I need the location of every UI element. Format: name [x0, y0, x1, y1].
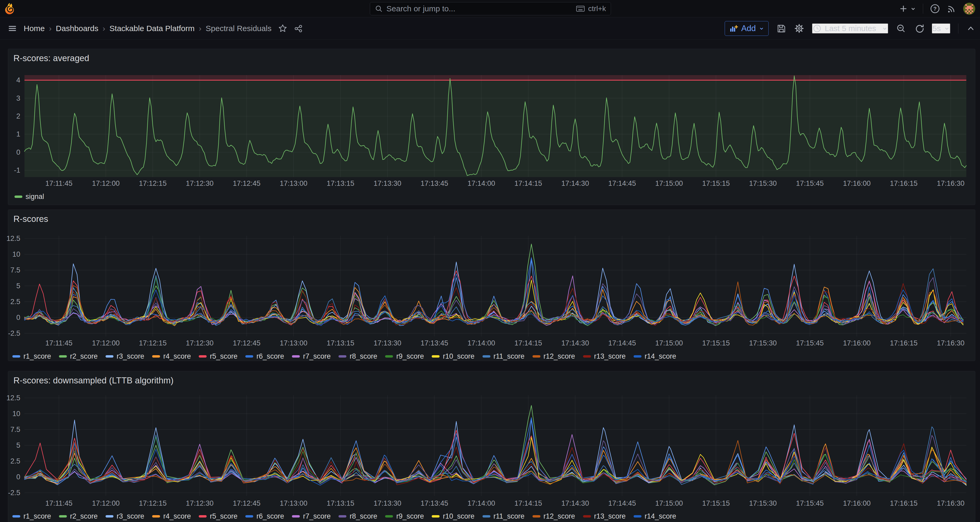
x-axis-tick-label: 17:15:15	[695, 180, 737, 187]
legend-item-r10_score[interactable]: r10_score	[432, 512, 474, 520]
breadcrumb-item-dashboards[interactable]: Dashboards	[56, 24, 99, 33]
x-axis-tick-label: 17:15:15	[695, 500, 737, 507]
x-axis-tick-label: 17:13:45	[413, 500, 455, 507]
x-axis-tick-label: 17:12:00	[85, 180, 127, 187]
panel-title[interactable]: R-scores: averaged	[13, 53, 89, 63]
dashboard-settings-icon[interactable]	[794, 24, 804, 34]
dashboard-toolbar: Home›Dashboards›Stackable Data Platform›…	[0, 18, 980, 40]
legend-item-r3_score[interactable]: r3_score	[105, 352, 144, 361]
breadcrumb-separator: ›	[103, 24, 105, 33]
legend-item-r3_score[interactable]: r3_score	[105, 512, 144, 520]
chart-plot-area-0[interactable]	[24, 75, 966, 177]
legend-color-pill	[533, 355, 541, 358]
legend-item-r5_score[interactable]: r5_score	[199, 512, 237, 520]
legend-item-r1_score[interactable]: r1_score	[13, 352, 51, 361]
legend-item-r4_score[interactable]: r4_score	[152, 352, 191, 361]
legend-item-r5_score[interactable]: r5_score	[199, 352, 237, 361]
x-axis-tick-label: 17:13:15	[320, 180, 362, 187]
y-axis-tick-label: 0	[0, 474, 20, 480]
legend-item-r8_score[interactable]: r8_score	[339, 512, 377, 520]
svg-text:?: ?	[934, 6, 937, 11]
x-axis-tick-label: 17:12:00	[85, 340, 127, 347]
chart-plot-area-2[interactable]	[24, 395, 966, 496]
legend-item-r13_score[interactable]: r13_score	[583, 352, 626, 361]
chart-legend: r1_scorer2_scorer3_scorer4_scorer5_score…	[13, 352, 684, 361]
legend-item-r1_score[interactable]: r1_score	[13, 512, 51, 520]
x-axis-tick-label: 17:12:15	[132, 500, 174, 507]
x-axis-tick-label: 17:13:30	[366, 180, 409, 187]
legend-item-r13_score[interactable]: r13_score	[583, 512, 626, 520]
grafana-logo[interactable]	[4, 3, 16, 15]
search-shortcut: ctrl+k	[588, 5, 606, 13]
x-axis-tick-label: 17:12:45	[226, 340, 268, 347]
news-feed-icon[interactable]	[947, 4, 956, 13]
legend-label: r12_score	[544, 512, 575, 520]
legend-label: r11_score	[493, 512, 525, 520]
legend-label: r9_score	[396, 512, 424, 520]
legend-label: r8_score	[350, 352, 377, 361]
y-axis-tick-label: 5	[0, 442, 20, 449]
refresh-interval-picker[interactable]: 5s	[932, 24, 950, 34]
panel-title[interactable]: R-scores: downsampled (LTTB algorithm)	[13, 375, 173, 386]
x-axis-tick-label: 17:15:45	[789, 500, 831, 507]
legend-item-r11_score[interactable]: r11_score	[482, 512, 525, 520]
threshold-region-above	[24, 75, 966, 80]
share-icon[interactable]	[294, 24, 303, 33]
x-axis-tick-label: 17:14:00	[460, 180, 503, 187]
x-axis-tick-label: 17:11:45	[38, 500, 80, 507]
zoom-out-time-icon[interactable]	[896, 24, 906, 34]
y-axis-tick-label: 2	[0, 113, 20, 120]
time-range-picker[interactable]: Last 5 minutes	[812, 24, 888, 34]
y-axis-tick-label: 2.5	[0, 298, 20, 305]
legend-label: r13_score	[594, 352, 626, 361]
legend-item-r2_score[interactable]: r2_score	[59, 512, 98, 520]
legend-item-r11_score[interactable]: r11_score	[482, 352, 525, 361]
legend-item-r6_score[interactable]: r6_score	[245, 512, 284, 520]
new-button[interactable]	[899, 4, 916, 13]
legend-color-pill	[152, 355, 160, 358]
chart-legend: r1_scorer2_scorer3_scorer4_scorer5_score…	[13, 512, 684, 520]
legend-item-r9_score[interactable]: r9_score	[385, 352, 424, 361]
breadcrumb-item-home[interactable]: Home	[24, 24, 45, 33]
chart-plot-area-1[interactable]	[24, 236, 966, 337]
legend-item-r12_score[interactable]: r12_score	[533, 352, 575, 361]
refresh-icon[interactable]	[914, 24, 924, 34]
y-axis-tick-label: 7.5	[0, 426, 20, 433]
legend-color-pill	[292, 515, 300, 517]
panel-title[interactable]: R-scores	[13, 214, 48, 224]
legend-item-r6_score[interactable]: r6_score	[245, 352, 284, 361]
legend-color-pill	[482, 515, 490, 517]
legend-item-r7_score[interactable]: r7_score	[292, 352, 331, 361]
legend-item-r14_score[interactable]: r14_score	[633, 512, 676, 520]
legend-item-r10_score[interactable]: r10_score	[432, 352, 474, 361]
legend-color-pill	[385, 355, 393, 358]
y-axis-tick-label: -2.5	[0, 489, 20, 496]
legend-item-r14_score[interactable]: r14_score	[633, 352, 676, 361]
save-dashboard-icon[interactable]	[776, 24, 786, 34]
clock-icon	[813, 24, 821, 33]
favorite-star-icon[interactable]	[278, 24, 287, 33]
legend-color-pill	[292, 355, 300, 358]
legend-item-r12_score[interactable]: r12_score	[533, 512, 575, 520]
breadcrumb-item-stackable-data-platform[interactable]: Stackable Data Platform	[110, 24, 194, 33]
legend-label: r6_score	[256, 352, 284, 361]
x-axis-tick-label: 17:12:15	[132, 340, 174, 347]
legend-label: signal	[25, 193, 44, 201]
user-avatar[interactable]	[963, 3, 975, 15]
search-input[interactable]: Search or jump to... ctrl+k	[370, 2, 611, 15]
legend-item-signal[interactable]: signal	[14, 193, 44, 201]
legend-item-r7_score[interactable]: r7_score	[292, 512, 331, 520]
collapse-toolbar-icon[interactable]	[966, 24, 975, 33]
legend-color-pill	[533, 515, 541, 517]
legend-color-pill	[14, 196, 22, 198]
x-axis-tick-label: 17:15:30	[742, 180, 784, 187]
help-icon[interactable]: ?	[930, 4, 940, 14]
x-axis-tick-label: 17:14:45	[601, 180, 643, 187]
legend-item-r9_score[interactable]: r9_score	[385, 512, 424, 520]
legend-item-r8_score[interactable]: r8_score	[339, 352, 377, 361]
add-panel-button[interactable]: Add	[725, 21, 768, 36]
legend-item-r2_score[interactable]: r2_score	[59, 352, 98, 361]
mega-menu-toggle[interactable]	[8, 24, 17, 33]
legend-color-pill	[199, 355, 207, 358]
legend-item-r4_score[interactable]: r4_score	[152, 512, 191, 520]
